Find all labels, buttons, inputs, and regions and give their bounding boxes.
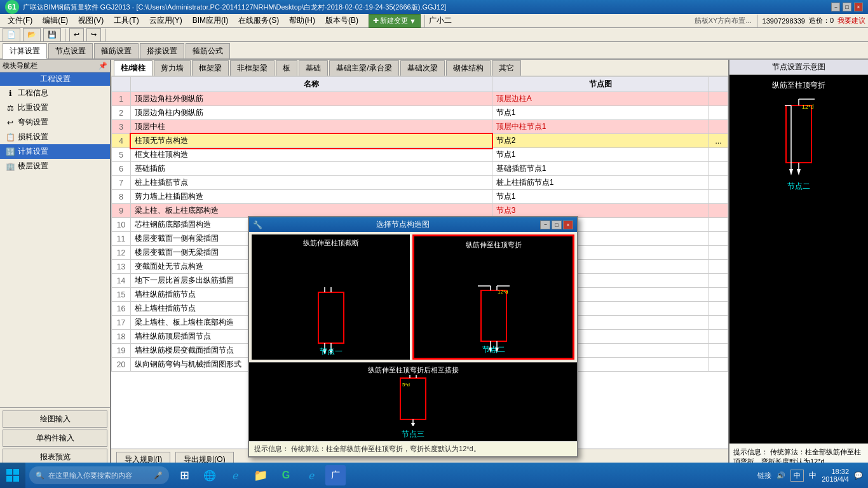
modal-node-1[interactable]: 纵筋伸至柱顶截断 节点一 bbox=[252, 234, 410, 360]
taskbar-lang[interactable]: 中 bbox=[790, 470, 804, 482]
tab-secondary-beam[interactable]: 基础次梁 bbox=[400, 60, 445, 76]
sidebar-item-project-info[interactable]: ℹ 工程信息 bbox=[0, 86, 110, 100]
row-action[interactable] bbox=[709, 148, 728, 162]
row-action[interactable] bbox=[709, 176, 728, 190]
menu-file[interactable]: 文件(F) bbox=[3, 14, 37, 27]
row-action[interactable] bbox=[709, 232, 728, 246]
table-row[interactable]: 8剪力墙上柱插固构造节点1 bbox=[112, 190, 728, 204]
tab-calc[interactable]: 计算设置 bbox=[3, 43, 47, 59]
single-part-btn[interactable]: 单构件输入 bbox=[3, 430, 107, 447]
svg-marker-9 bbox=[789, 169, 793, 175]
save-btn[interactable]: 💾 bbox=[43, 28, 61, 42]
tab-shear-wall[interactable]: 剪力墙 bbox=[154, 60, 191, 76]
taskbar-input-method[interactable]: 中 bbox=[809, 470, 817, 481]
new-change-btn[interactable]: ✚ 新建变更 ▼ bbox=[369, 14, 421, 28]
row-action[interactable] bbox=[709, 344, 728, 358]
tab-non-frame-beam[interactable]: 非框架梁 bbox=[230, 60, 275, 76]
sidebar-item-hook[interactable]: ↩ 弯钩设置 bbox=[0, 115, 110, 130]
tab-node[interactable]: 节点设置 bbox=[48, 43, 93, 58]
mic-icon[interactable]: 🎤 bbox=[154, 471, 163, 480]
sidebar-item-floor[interactable]: 🏢 楼层设置 bbox=[0, 159, 110, 173]
row-action[interactable] bbox=[709, 274, 728, 288]
taskbar-volume[interactable]: 🔊 bbox=[776, 471, 785, 480]
table-row[interactable]: 7桩上柱插筋节点桩上柱插筋节点1 bbox=[112, 176, 728, 190]
sidebar: 模块导航栏 📌 工程设置 ℹ 工程信息 ⚖ 比重设置 ↩ 弯钩设置 📋 损耗设置… bbox=[0, 60, 111, 470]
taskbar-search-box[interactable]: 🔍 在这里输入你要搜索的内容 🎤 bbox=[29, 466, 169, 484]
title-buttons[interactable]: － □ × bbox=[831, 3, 863, 11]
row-name: 顶层边角柱外侧纵筋 bbox=[131, 92, 492, 106]
taskbar-green-g[interactable]: G bbox=[275, 463, 297, 488]
menu-edit[interactable]: 编辑(E) bbox=[37, 14, 73, 27]
table-row[interactable]: 5框支柱柱顶构造节点1 bbox=[112, 148, 728, 162]
row-action[interactable] bbox=[709, 190, 728, 204]
row-action[interactable] bbox=[709, 330, 728, 344]
row-action[interactable] bbox=[709, 106, 728, 120]
menu-online[interactable]: 在线服务(S) bbox=[233, 14, 284, 27]
row-action[interactable] bbox=[709, 162, 728, 176]
table-row[interactable]: 6基础插筋基础插筋节点1 bbox=[112, 162, 728, 176]
row-action[interactable] bbox=[709, 204, 728, 218]
modal-node-2[interactable]: 纵筋伸至柱顶弯折 12*d 节点二 bbox=[412, 234, 574, 360]
menu-help[interactable]: 帮助(H) bbox=[284, 14, 320, 27]
row-node: 节点1 bbox=[492, 190, 709, 204]
start-btn[interactable] bbox=[0, 463, 25, 488]
table-row[interactable]: 1顶层边角柱外侧纵筋顶层边柱A bbox=[112, 92, 728, 106]
tab-splice[interactable]: 搭接设置 bbox=[140, 43, 184, 58]
tab-masonry[interactable]: 砌体结构 bbox=[446, 60, 491, 76]
row-action[interactable] bbox=[709, 316, 728, 330]
modal-control-btns[interactable]: － □ × bbox=[540, 220, 573, 229]
redo-btn[interactable]: ↪ bbox=[86, 28, 101, 42]
weight-icon: ⚖ bbox=[5, 103, 15, 113]
sidebar-item-calc[interactable]: 🔢 计算设置 bbox=[0, 144, 110, 159]
sidebar-item-weight[interactable]: ⚖ 比重设置 bbox=[0, 100, 110, 115]
modal-minimize[interactable]: － bbox=[540, 220, 550, 229]
taskbar-edge[interactable]: 🌐 bbox=[198, 463, 221, 488]
open-btn[interactable]: 📂 bbox=[23, 28, 41, 42]
row-action[interactable] bbox=[709, 302, 728, 316]
tab-other[interactable]: 其它 bbox=[492, 60, 521, 76]
undo-btn[interactable]: ↩ bbox=[69, 28, 84, 42]
header-action bbox=[709, 77, 728, 92]
new-btn[interactable]: 📄 bbox=[3, 28, 20, 42]
row-action[interactable] bbox=[709, 218, 728, 232]
minimize-btn[interactable]: － bbox=[831, 3, 840, 11]
table-row[interactable]: 3顶层中柱顶层中柱节点1 bbox=[112, 120, 728, 134]
modal-maximize[interactable]: □ bbox=[552, 220, 562, 229]
want-build-btn[interactable]: 我要建议 bbox=[837, 16, 865, 25]
notification-icon[interactable]: 💬 bbox=[854, 471, 863, 480]
tab-column[interactable]: 柱/墙柱 bbox=[114, 60, 153, 76]
menu-version[interactable]: 版本号(B) bbox=[320, 14, 363, 27]
modal-close[interactable]: × bbox=[563, 220, 573, 229]
sidebar-pin[interactable]: 📌 bbox=[98, 62, 107, 70]
row-action[interactable] bbox=[709, 246, 728, 260]
row-action[interactable] bbox=[709, 358, 728, 372]
row-action[interactable] bbox=[709, 260, 728, 274]
taskbar-clock[interactable]: 18:32 2018/4/4 bbox=[822, 468, 849, 483]
row-action[interactable] bbox=[709, 92, 728, 106]
sidebar-item-loss[interactable]: 📋 损耗设置 bbox=[0, 130, 110, 144]
svg-rect-37 bbox=[6, 476, 12, 482]
row-action[interactable] bbox=[709, 120, 728, 134]
tab-slab[interactable]: 板 bbox=[276, 60, 297, 76]
maximize-btn[interactable]: □ bbox=[843, 3, 851, 11]
tab-stirrup[interactable]: 箍筋设置 bbox=[94, 43, 139, 58]
draw-input-btn[interactable]: 绘图输入 bbox=[3, 410, 107, 428]
taskbar-task-view[interactable]: ⊞ bbox=[173, 463, 196, 488]
menu-view[interactable]: 视图(V) bbox=[73, 14, 109, 27]
menu-cloud[interactable]: 云应用(Y) bbox=[144, 14, 187, 27]
table-row[interactable]: 4柱顶无节点构造节点2... bbox=[112, 134, 728, 148]
row-action[interactable]: ... bbox=[709, 134, 728, 148]
tab-frame-beam[interactable]: 框架梁 bbox=[192, 60, 229, 76]
close-btn[interactable]: × bbox=[854, 3, 863, 11]
taskbar-blue-e[interactable]: ℯ bbox=[300, 463, 323, 488]
tab-formula[interactable]: 箍筋公式 bbox=[186, 43, 230, 58]
tab-foundation-beam[interactable]: 基础主梁/承台梁 bbox=[329, 60, 398, 76]
taskbar-ie[interactable]: ℯ bbox=[224, 463, 247, 488]
tab-foundation[interactable]: 基础 bbox=[299, 60, 328, 76]
menu-bim[interactable]: BIM应用(I) bbox=[187, 14, 234, 27]
taskbar-folder[interactable]: 📁 bbox=[249, 463, 272, 488]
taskbar-ggj-app[interactable]: 广 bbox=[325, 465, 346, 485]
table-row[interactable]: 2顶层边角柱内侧纵筋节点1 bbox=[112, 106, 728, 120]
row-action[interactable] bbox=[709, 288, 728, 302]
menu-tools[interactable]: 工具(T) bbox=[109, 14, 144, 27]
